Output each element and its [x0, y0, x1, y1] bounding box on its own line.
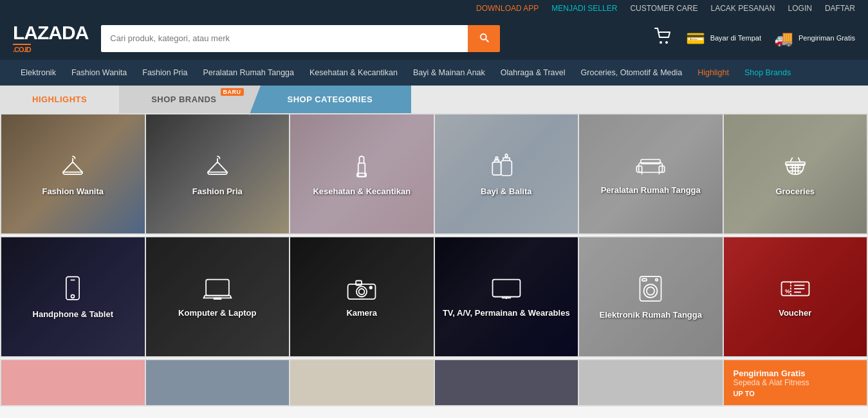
- bottom-strip: Pengiriman Gratis Sepeda & Alat Fitness …: [0, 359, 868, 406]
- category-elektronik-rt[interactable]: Elektronik Rumah Tangga: [579, 237, 723, 356]
- promo-title: Pengiriman Gratis: [734, 368, 858, 378]
- category-tabs: HIGHLIGHTS SHOP BRANDS BARU SHOP CATEGOR…: [0, 86, 868, 113]
- category-fashion-pria[interactable]: Fashion Pria: [146, 114, 290, 233]
- phone-icon: [61, 275, 84, 303]
- nav-kesehatan[interactable]: Kesehatan & Kecantikan: [302, 60, 405, 86]
- pengiriman-gratis-button[interactable]: 🚚 Pengiriman Gratis: [774, 30, 855, 48]
- nav-olahraga[interactable]: Olahraga & Travel: [493, 60, 573, 86]
- daftar-link[interactable]: DAFTAR: [825, 4, 855, 13]
- tv-icon: [490, 276, 522, 302]
- sofa-icon: [634, 153, 667, 179]
- logo-sub: .CO.ID: [13, 44, 31, 53]
- svg-point-25: [370, 286, 373, 289]
- voucher-icon: %: [779, 276, 811, 302]
- search-icon: [478, 32, 490, 43]
- bottom-card-4[interactable]: [435, 360, 578, 405]
- svg-rect-5: [492, 162, 501, 175]
- lipstick-icon: [350, 152, 373, 180]
- bayar-ditempat-button[interactable]: 💳 Bayar di Tempat: [686, 30, 761, 48]
- svg-rect-2: [358, 163, 365, 177]
- category-kamera[interactable]: Kamera: [290, 237, 434, 356]
- svg-point-22: [356, 286, 367, 296]
- camera-icon: [346, 276, 378, 302]
- bayar-label: Bayar di Tempat: [710, 33, 761, 42]
- category-bayi[interactable]: Bayi & Balita: [435, 114, 578, 233]
- tab-shopcategories[interactable]: SHOP CATEGORIES: [249, 86, 412, 113]
- bottom-card-2[interactable]: [146, 360, 290, 405]
- svg-rect-4: [501, 161, 512, 176]
- category-handphone[interactable]: Handphone & Tablet: [1, 237, 145, 356]
- svg-rect-30: [642, 278, 647, 280]
- categories-grid-row2: Handphone & Tablet Komputer & Laptop Kam…: [0, 236, 868, 358]
- tab-shopbrands[interactable]: SHOP BRANDS BARU: [119, 86, 248, 113]
- pengiriman-label: Pengiriman Gratis: [799, 33, 855, 42]
- download-app-link[interactable]: DOWNLOAD APP: [476, 4, 539, 13]
- bottom-card-1[interactable]: [1, 360, 145, 405]
- nav-fashion-wanita[interactable]: Fashion Wanita: [64, 60, 134, 86]
- category-fashion-wanita[interactable]: Fashion Wanita: [1, 114, 145, 233]
- hanger-icon: [203, 152, 232, 180]
- svg-point-17: [71, 295, 75, 298]
- svg-point-31: [656, 278, 658, 280]
- svg-point-28: [644, 284, 658, 298]
- bayar-icon: 💳: [686, 30, 705, 48]
- svg-rect-19: [206, 280, 229, 296]
- bottle-icon: [490, 152, 522, 180]
- category-kesehatan[interactable]: Kesehatan & Kecantikan: [290, 114, 434, 233]
- nav-elektronik[interactable]: Elektronik: [13, 60, 64, 86]
- svg-point-1: [665, 41, 668, 44]
- nav-fashion-pria[interactable]: Fashion Pria: [134, 60, 195, 86]
- promo-upto: UP TO: [734, 390, 858, 397]
- search-button[interactable]: [468, 25, 500, 52]
- svg-rect-26: [492, 280, 520, 297]
- top-bar: DOWNLOAD APP MENJADI SELLER CUSTOMER CAR…: [0, 0, 868, 17]
- svg-text:%: %: [785, 288, 790, 295]
- nav-bar: Elektronik Fashion Wanita Fashion Pria P…: [0, 60, 868, 86]
- nav-peralatan[interactable]: Peralatan Rumah Tangga: [195, 60, 302, 86]
- svg-point-23: [359, 289, 365, 295]
- logo[interactable]: LAZADA .CO.ID: [13, 23, 88, 53]
- header-right: 💳 Bayar di Tempat 🚚 Pengiriman Gratis: [652, 26, 855, 51]
- search-bar: [101, 25, 500, 52]
- promo-banner[interactable]: Pengiriman Gratis Sepeda & Alat Fitness …: [724, 360, 867, 405]
- washer-icon: [638, 274, 663, 304]
- header: LAZADA .CO.ID 💳 Bayar di Tempat 🚚 Pengir…: [0, 17, 868, 60]
- svg-point-29: [647, 287, 654, 295]
- bottom-card-3[interactable]: [290, 360, 434, 405]
- svg-rect-20: [214, 298, 221, 299]
- categories-grid-row1: Fashion Wanita Fashion Pria Kesehatan & …: [0, 113, 868, 235]
- nav-highlight[interactable]: Highlight: [690, 60, 737, 86]
- customer-care-link[interactable]: CUSTOMER CARE: [630, 4, 697, 13]
- baru-badge: BARU: [221, 88, 244, 96]
- svg-point-0: [660, 41, 662, 44]
- laptop-icon: [201, 276, 234, 302]
- category-groceries[interactable]: Groceries: [724, 114, 867, 233]
- basket-icon: [781, 152, 809, 180]
- menjadi-seller-link[interactable]: MENJADI SELLER: [551, 4, 617, 13]
- nav-bayi[interactable]: Bayi & Mainan Anak: [405, 60, 493, 86]
- pengiriman-icon: 🚚: [774, 30, 793, 48]
- category-tv[interactable]: TV, A/V, Permainan & Wearables: [435, 237, 578, 356]
- search-input[interactable]: [101, 25, 468, 52]
- logo-main: LAZADA: [13, 23, 88, 42]
- nav-shop-brands[interactable]: Shop Brands: [737, 60, 799, 86]
- category-komputer[interactable]: Komputer & Laptop: [146, 237, 290, 356]
- cart-icon: [652, 26, 673, 46]
- cart-button[interactable]: [652, 26, 673, 51]
- category-peralatan[interactable]: Peralatan Rumah Tangga: [579, 114, 723, 233]
- hanger-icon: [59, 152, 87, 180]
- category-voucher[interactable]: % Voucher: [724, 237, 867, 356]
- login-link[interactable]: LOGIN: [788, 4, 812, 13]
- promo-subtitle: Sepeda & Alat Fitness: [734, 378, 858, 387]
- lacak-pesanan-link[interactable]: LACAK PESANAN: [711, 4, 775, 13]
- tab-highlights[interactable]: HIGHLIGHTS: [0, 86, 119, 113]
- nav-groceries[interactable]: Groceries, Otomotif & Media: [573, 60, 690, 86]
- bottom-card-5[interactable]: [579, 360, 723, 405]
